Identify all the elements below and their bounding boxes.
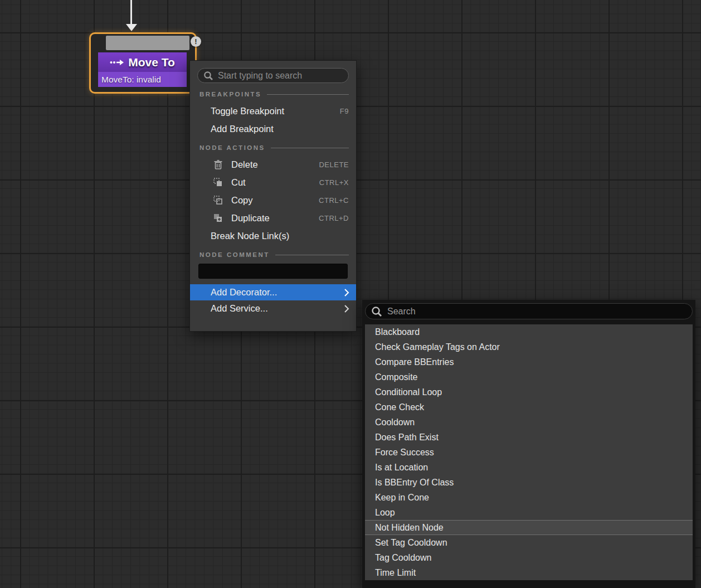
decorator-item[interactable]: Cone Check (365, 400, 693, 415)
section-breakpoints: BREAKPOINTS (197, 89, 349, 100)
menu-item-cut[interactable]: Cut CTRL+X (190, 173, 356, 191)
submenu-search[interactable] (365, 303, 693, 319)
menu-item-delete[interactable]: Delete DELETE (190, 155, 356, 173)
decorator-item[interactable]: Conditional Loop (365, 385, 693, 400)
search-icon (371, 306, 382, 317)
node-title: Move To (128, 56, 175, 69)
decorator-item[interactable]: Compare BBEntries (365, 354, 693, 370)
decorator-item[interactable]: Time Limit (365, 565, 693, 580)
move-to-node[interactable]: Move To MoveTo: invalid (89, 32, 197, 94)
context-menu-search[interactable] (197, 68, 349, 83)
decorator-item[interactable]: Set Tag Cooldown (365, 535, 693, 550)
menu-item-add-decorator[interactable]: Add Decorator... (190, 284, 356, 300)
shortcut-label: F9 (340, 107, 349, 115)
section-node-actions: NODE ACTIONS (197, 142, 349, 153)
shortcut-label: DELETE (319, 161, 349, 169)
decorator-item-highlighted[interactable]: Not Hidden Node (365, 520, 693, 535)
chevron-right-icon (344, 304, 349, 313)
node-header: Move To (98, 52, 187, 72)
shortcut-label: CTRL+X (319, 178, 349, 187)
menu-item-add-service[interactable]: Add Service... (190, 300, 356, 317)
menu-item-add-breakpoint[interactable]: Add Breakpoint (190, 120, 356, 138)
menu-item-duplicate[interactable]: Duplicate CTRL+D (190, 209, 356, 227)
duplicate-icon (212, 212, 223, 223)
node-subtitle: MoveTo: invalid (98, 72, 187, 87)
submenu-search-input[interactable] (387, 307, 687, 317)
cut-icon (212, 177, 223, 188)
trash-icon (212, 159, 223, 170)
graph-canvas[interactable]: Move To MoveTo: invalid ! BREAKPOINTS To… (0, 0, 701, 588)
section-divider (275, 255, 349, 255)
shortcut-label: CTRL+C (319, 196, 349, 205)
node-decorator-slot (106, 36, 189, 50)
menu-item-toggle-breakpoint[interactable]: Toggle Breakpoint F9 (190, 102, 356, 120)
execution-wire-arrowhead (126, 24, 137, 31)
section-node-comment: NODE COMMENT (197, 249, 349, 260)
search-input[interactable] (218, 71, 343, 81)
decorator-item[interactable]: Is BBEntry Of Class (365, 475, 693, 490)
node-context-menu: BREAKPOINTS Toggle Breakpoint F9 Add Bre… (189, 60, 357, 332)
decorator-list: Blackboard Check Gameplay Tags on Actor … (365, 324, 693, 580)
decorator-item[interactable]: Does Path Exist (365, 430, 693, 445)
decorator-item[interactable]: Is at Location (365, 460, 693, 475)
execution-wire (130, 0, 132, 25)
add-decorator-submenu: Blackboard Check Gameplay Tags on Actor … (362, 300, 695, 588)
decorator-item[interactable]: Keep in Cone (365, 490, 693, 505)
chevron-right-icon (344, 288, 349, 297)
decorator-item[interactable]: Loop (365, 505, 693, 520)
decorator-item[interactable]: Tag Cooldown (365, 550, 693, 565)
section-divider (271, 148, 349, 148)
decorator-item[interactable]: Cooldown (365, 415, 693, 430)
menu-item-break-node-links[interactable]: Break Node Link(s) (190, 227, 356, 245)
node-comment-input[interactable] (198, 264, 348, 279)
section-divider (267, 94, 349, 95)
menu-item-copy[interactable]: Copy CTRL+C (190, 191, 356, 209)
decorator-item[interactable]: Force Success (365, 445, 693, 460)
search-icon (203, 71, 213, 81)
copy-icon (212, 195, 223, 206)
move-to-icon (110, 59, 124, 66)
node-warning-badge: ! (191, 36, 201, 47)
decorator-item[interactable]: Check Gameplay Tags on Actor (365, 339, 693, 354)
decorator-item[interactable]: Blackboard (365, 324, 693, 339)
decorator-item[interactable]: Composite (365, 370, 693, 385)
shortcut-label: CTRL+D (319, 214, 349, 222)
